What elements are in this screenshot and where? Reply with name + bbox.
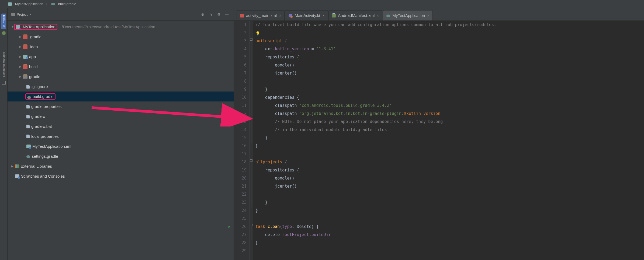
- tree-external-libraries[interactable]: ▶External Libraries: [8, 161, 234, 171]
- intention-bulb-icon[interactable]: 💡: [255, 29, 260, 37]
- module-icon: [23, 55, 27, 59]
- tree-root[interactable]: ▼ MyTestApplication ~/Documents/Projects…: [8, 22, 234, 32]
- fold-icon[interactable]: [250, 224, 252, 226]
- editor-tabs: activity_main.xml× MainActivity.kt× Andr…: [234, 8, 644, 21]
- code-editor[interactable]: 1234567891011121314151617181920212223242…: [234, 21, 644, 260]
- run-icon[interactable]: ▶: [228, 223, 230, 231]
- close-icon[interactable]: ×: [322, 13, 324, 18]
- locate-icon[interactable]: ⊕: [200, 11, 206, 17]
- folder-icon: [23, 65, 27, 69]
- tree-file-localprops[interactable]: local.properties: [8, 131, 234, 141]
- tab-manifest[interactable]: AndroidManifest.xml×: [328, 10, 382, 20]
- file-icon: [26, 85, 30, 89]
- tree-folder-gradle-dir[interactable]: ▶gradle: [8, 72, 234, 82]
- file-icon: [26, 115, 30, 118]
- code-text[interactable]: // Top-level build file where you can ad…: [253, 21, 644, 260]
- tab-mainactivity[interactable]: MainActivity.kt×: [285, 10, 328, 20]
- library-icon: [15, 164, 19, 168]
- close-icon[interactable]: ×: [427, 13, 429, 18]
- breadcrumb-separator: 〉: [46, 2, 49, 6]
- module-icon: [8, 2, 12, 6]
- tree-folder-idea[interactable]: ▶.idea: [8, 42, 234, 52]
- android-icon[interactable]: [2, 31, 6, 35]
- file-icon: [26, 105, 30, 108]
- tree-scratches[interactable]: Scratches and Consoles: [8, 171, 234, 181]
- folder-icon: [23, 75, 27, 79]
- manifest-icon: [332, 14, 336, 17]
- tree-file-gradlewbat[interactable]: gradlew.bat: [8, 121, 234, 131]
- folder-icon: [23, 35, 27, 39]
- fold-icon[interactable]: [250, 38, 252, 41]
- tree-folder-gradle[interactable]: ▶.gradle: [8, 32, 234, 42]
- editor-pane: activity_main.xml× MainActivity.kt× Andr…: [234, 8, 644, 260]
- module-icon: [26, 145, 31, 148]
- dropdown-icon[interactable]: ▼: [29, 13, 32, 16]
- rail-project-button[interactable]: 1: Project: [1, 13, 6, 29]
- module-icon: [16, 25, 20, 29]
- gradle-icon: [51, 3, 55, 5]
- fold-gutter[interactable]: [250, 21, 253, 260]
- folder-icon: [11, 13, 15, 16]
- tree-file-gradleprops[interactable]: gradle.properties: [8, 101, 234, 111]
- rail-resource-manager-button[interactable]: Resource Manager: [2, 50, 5, 79]
- kotlin-icon: [289, 14, 292, 17]
- folder-icon: [23, 45, 27, 49]
- tree-folder-app[interactable]: ▶app: [8, 52, 234, 62]
- tree-file-gradlew[interactable]: gradlew: [8, 111, 234, 121]
- tree-file-iml[interactable]: MyTestApplication.iml: [8, 141, 234, 151]
- close-icon[interactable]: ×: [377, 13, 379, 18]
- project-tree[interactable]: ▼ MyTestApplication ~/Documents/Projects…: [8, 21, 234, 260]
- file-icon: [26, 125, 30, 128]
- fold-icon[interactable]: [250, 159, 252, 162]
- file-icon: [26, 135, 30, 138]
- tree-file-gitignore[interactable]: .gitignore: [8, 82, 234, 92]
- scratch-icon: [15, 174, 19, 178]
- left-tool-rail: 1: Project Resource Manager: [0, 8, 8, 260]
- sidebar-header: Project ▼ ⊕ ⇆ ⚙ —: [8, 8, 234, 21]
- breadcrumb-root[interactable]: MyTestApplication: [15, 2, 43, 6]
- project-sidebar: Project ▼ ⊕ ⇆ ⚙ — ▼ MyTestApplication ~/…: [8, 8, 234, 260]
- xml-icon: [240, 14, 244, 17]
- tab-mytestapplication[interactable]: MyTestApplication×: [383, 10, 433, 20]
- breadcrumb[interactable]: MyTestApplication 〉 build.gradle: [0, 0, 644, 8]
- resource-icon[interactable]: [2, 81, 6, 85]
- line-gutter[interactable]: 1234567891011121314151617181920212223242…: [234, 21, 250, 260]
- tree-folder-build[interactable]: ▶build: [8, 62, 234, 72]
- gradle-icon: [27, 96, 31, 99]
- gradle-icon: [26, 155, 30, 158]
- gear-icon[interactable]: ⚙: [216, 11, 222, 17]
- breadcrumb-file[interactable]: build.gradle: [58, 2, 76, 6]
- tree-file-settings[interactable]: settings.gradle: [8, 151, 234, 161]
- tree-file-buildgradle[interactable]: build.gradle: [8, 92, 234, 101]
- sidebar-view-selector[interactable]: Project: [17, 12, 27, 16]
- collapse-icon[interactable]: ⇆: [208, 11, 214, 17]
- tab-activity-main[interactable]: activity_main.xml×: [237, 10, 285, 20]
- hide-icon[interactable]: —: [224, 11, 230, 17]
- gradle-icon: [386, 15, 390, 17]
- close-icon[interactable]: ×: [279, 13, 281, 18]
